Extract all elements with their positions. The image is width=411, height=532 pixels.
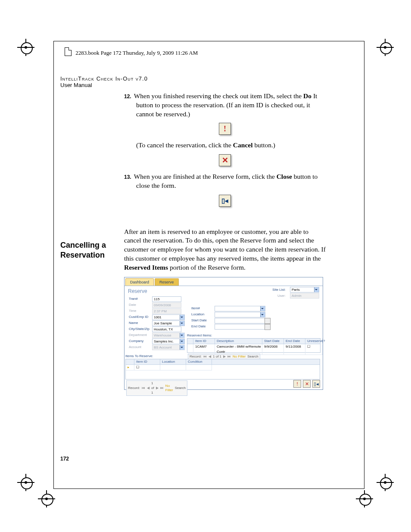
page-icon: [65, 47, 72, 56]
cell: Camcorder - 8MM w/Remote Contr: [215, 344, 262, 355]
column-header[interactable]: Description: [215, 339, 262, 344]
field-account: BS Account: [152, 345, 185, 350]
tab-reserve[interactable]: Reserve: [155, 278, 179, 286]
page-number: 172: [60, 456, 69, 523]
column-header[interactable]: Item ID: [193, 339, 215, 344]
product-title: IntelliTrack Check In-Out v7.0: [60, 75, 148, 82]
framemaker-header: 2283.book Page 172 Thursday, July 9, 200…: [65, 47, 198, 56]
field-label: Account: [129, 345, 152, 350]
unreserve-checkbox[interactable]: ☐: [305, 344, 323, 355]
field-label: Department: [129, 333, 152, 338]
do-it-button-icon: !: [219, 123, 231, 135]
cell: 9/11/2008: [284, 344, 305, 355]
field-label: Tran#: [129, 297, 152, 302]
field-label: Item#: [191, 306, 215, 311]
field-cust-emp-id[interactable]: 1001: [152, 314, 185, 320]
running-header: IntelliTrack Check In-Out v7.0 User Manu…: [60, 75, 148, 88]
close-icon: ✕: [222, 155, 228, 165]
field-city-state-zip[interactable]: Houston, TX: [152, 327, 181, 332]
nav-prev-icon[interactable]: ◀: [147, 386, 149, 391]
crop-mark-icon: [377, 39, 394, 56]
field-location[interactable]: [215, 312, 265, 317]
section-heading: Cancelling aReservation: [60, 240, 106, 260]
crop-mark-icon: [356, 490, 373, 507]
step-13: 13.When you are finished at the Reserve …: [136, 172, 326, 190]
items-to-reserve-title: Items To Reserve:: [125, 354, 188, 359]
field-start-date[interactable]: [215, 318, 265, 324]
framemaker-header-text: 2283.book Page 172 Thursday, July 9, 200…: [75, 50, 198, 56]
column-header[interactable]: Condition: [186, 359, 212, 364]
field-name[interactable]: Joe Sample: [152, 320, 185, 326]
row-selector[interactable]: ▸: [126, 365, 134, 370]
field-department: Warehouse: [152, 333, 185, 338]
step-number: 13.: [124, 174, 131, 180]
cancel-button[interactable]: ✕: [303, 380, 311, 388]
field-tran-[interactable]: 115: [152, 296, 181, 302]
step-12-note: (To cancel the reservation, click the Ca…: [136, 141, 326, 150]
field-company[interactable]: Samples Inc.: [152, 339, 185, 344]
column-header[interactable]: Item ID: [134, 359, 160, 364]
cancel-button-icon: ✕: [219, 154, 231, 166]
checkbox-cell[interactable]: ☐: [134, 365, 160, 370]
record-navigator-lower[interactable]: Record: ⏮ ◀ 1 of 1 ▶ ⏭ No Filter Search: [126, 380, 187, 396]
column-header[interactable]: [126, 359, 134, 364]
column-header[interactable]: Location: [160, 359, 186, 364]
field-label: Cust/Emp ID: [129, 315, 152, 320]
field-label: End Date: [191, 324, 215, 329]
field-label: Location: [191, 312, 215, 317]
nav-next-icon[interactable]: ▶: [156, 386, 159, 391]
field-date: 09/09/2008: [152, 302, 181, 308]
nav-first-icon[interactable]: ⏮: [142, 386, 145, 391]
field-label: Date: [129, 303, 152, 308]
reserved-items-title: Reserved Items:: [187, 333, 321, 338]
nav-last-icon[interactable]: ⏭: [160, 386, 164, 391]
field-label: Time: [129, 309, 152, 314]
search-label[interactable]: Search: [175, 386, 186, 391]
do-it-button[interactable]: !: [293, 380, 301, 388]
cell: 9/9/2008: [262, 344, 284, 355]
tab-dashboard[interactable]: Dashboard: [125, 278, 154, 286]
field-label: Start Date: [191, 318, 215, 323]
cell: 1CAM7: [193, 344, 215, 355]
sitelist-combo[interactable]: Parts: [290, 287, 319, 292]
cell: [187, 344, 193, 355]
field-end-date[interactable]: [215, 324, 265, 330]
user-label: User:: [277, 294, 286, 299]
field-time: 2:37 PM: [152, 308, 181, 314]
column-header[interactable]: [187, 339, 193, 344]
close-button-icon: ▯◂: [219, 195, 231, 207]
step-number: 12.: [124, 93, 131, 100]
field-label: City/State/Zip: [129, 327, 152, 332]
doc-type: User Manual: [60, 82, 92, 88]
user-value: Admin: [290, 293, 319, 299]
column-header[interactable]: Unreserve?: [305, 339, 323, 344]
column-header[interactable]: Start Date: [262, 339, 284, 344]
filter-label[interactable]: No Filter: [165, 384, 173, 393]
crop-mark-icon: [17, 474, 34, 491]
field-label: Name: [129, 321, 152, 326]
crop-mark-icon: [377, 474, 394, 491]
field-item-[interactable]: [215, 306, 265, 311]
column-header[interactable]: End Date: [284, 339, 305, 344]
crop-mark-icon: [38, 490, 55, 507]
door-exit-icon: ▯◂: [221, 196, 228, 205]
crop-mark-icon: [17, 39, 34, 56]
step-12: 12.When you finished reserving the check…: [136, 92, 326, 118]
field-label: Company: [129, 339, 152, 344]
close-button[interactable]: ▯◂: [312, 380, 320, 388]
alert-icon: !: [224, 124, 226, 134]
sitelist-label: Site List:: [272, 288, 286, 292]
section-paragraph: After an item is reserved to an employee…: [124, 227, 326, 272]
